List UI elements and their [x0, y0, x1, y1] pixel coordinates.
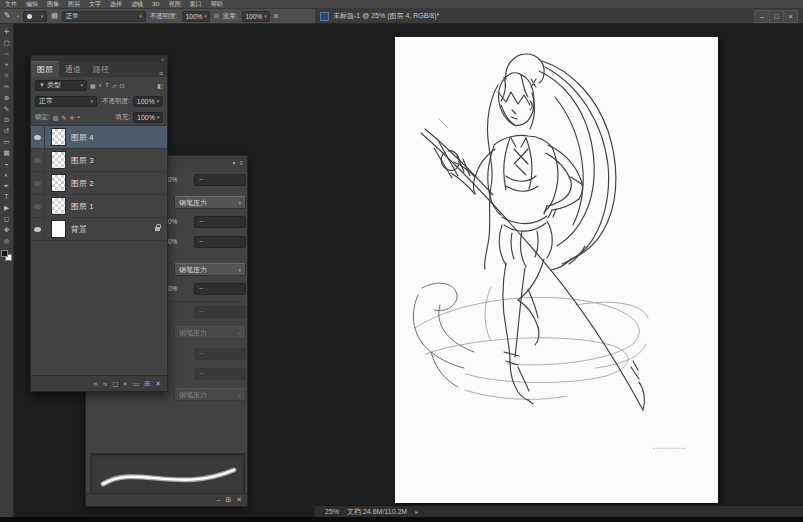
link-layers-icon[interactable]: ∞ — [93, 380, 98, 387]
layer-mask-icon[interactable]: ◻ — [113, 380, 119, 388]
adjustment-layer-icon[interactable]: ◐ — [123, 380, 127, 387]
layer-row[interactable]: 图层 4 — [31, 126, 167, 149]
layer-style-icon[interactable]: fx — [103, 381, 108, 387]
hand-tool[interactable]: ✥ — [1, 225, 13, 234]
close-button[interactable]: × — [783, 11, 797, 22]
new-brush-icon[interactable]: ⊞ — [225, 496, 231, 504]
lock-position-icon[interactable]: ✛ — [70, 114, 75, 121]
lasso-tool[interactable]: ∽ — [1, 49, 13, 58]
jitter-slider[interactable]: ~ — [194, 174, 246, 186]
crop-tool[interactable]: ⌗ — [1, 71, 13, 80]
layer-thumbnail[interactable] — [51, 174, 66, 192]
opacity-select[interactable]: 100%▾ — [182, 11, 210, 22]
blend-mode-select[interactable]: 正常▾ — [62, 11, 146, 22]
type-tool[interactable]: T — [1, 192, 13, 201]
visibility-cell[interactable] — [31, 126, 45, 148]
layer-row-background[interactable]: 背景 — [31, 218, 167, 241]
layer-row[interactable]: 图层 3 — [31, 149, 167, 172]
filter-pixel-icon[interactable]: ▦ — [90, 82, 96, 89]
layer-thumbnail[interactable] — [51, 151, 66, 169]
lock-pixels-icon[interactable]: ✎ — [61, 114, 66, 121]
gradient-tool[interactable]: ▦ — [1, 148, 13, 157]
menu-view[interactable]: 视图 — [169, 0, 181, 9]
zoom-level-field[interactable]: 25% — [325, 508, 339, 515]
shape-tool[interactable]: ◻ — [1, 214, 13, 223]
menu-image[interactable]: 图像 — [47, 0, 59, 9]
collapse-panel-icon[interactable]: » — [161, 57, 164, 62]
clone-stamp-tool[interactable]: ⊙ — [1, 115, 13, 124]
brush-tool-icon[interactable]: ✎ — [4, 11, 11, 21]
jitter-slider[interactable]: ~ — [194, 216, 246, 228]
brush-stroke-icon[interactable]: ~ — [216, 497, 220, 504]
brush-tool[interactable]: ✎ — [1, 104, 13, 113]
blur-tool[interactable]: ◒ — [1, 159, 13, 168]
minimize-button[interactable]: – — [755, 11, 769, 22]
layer-row[interactable]: 图层 1 — [31, 195, 167, 218]
menu-edit[interactable]: 编辑 — [26, 0, 38, 9]
new-layer-icon[interactable]: ⊞ — [144, 380, 150, 388]
tab-layers[interactable]: 图层 — [31, 61, 59, 77]
lock-transparency-icon[interactable]: ▨ — [53, 114, 59, 121]
menu-3d[interactable]: 3D — [152, 1, 160, 7]
visibility-cell[interactable] — [31, 195, 45, 217]
menu-select[interactable]: 选择 — [110, 0, 122, 9]
menu-type[interactable]: 文字 — [89, 0, 101, 9]
healing-brush-tool[interactable]: ⊕ — [1, 93, 13, 102]
filter-toggle-icon[interactable]: ◧ — [157, 82, 163, 89]
delete-layer-icon[interactable]: ✕ — [155, 380, 161, 388]
menu-help[interactable]: 帮助 — [211, 0, 223, 9]
canvas-artboard[interactable]: ▪▪▪▪▪▪▪▪▪▪▪▪ — [395, 37, 718, 503]
filter-adjustment-icon[interactable]: ◐ — [99, 82, 103, 88]
new-group-icon[interactable]: ▭ — [133, 380, 140, 388]
toggle-brush-panel-icon[interactable]: ▤ — [51, 11, 58, 21]
layer-thumbnail[interactable] — [51, 197, 66, 215]
pressure-opacity-icon[interactable]: ⊙ — [214, 11, 219, 21]
collapse-icon[interactable]: ▾ — [232, 159, 235, 166]
status-popup-arrow-icon[interactable]: ▸ — [415, 508, 418, 515]
layer-opacity-select[interactable]: 100%▾ — [133, 96, 163, 107]
move-tool[interactable]: ✛ — [1, 27, 13, 36]
jitter-slider[interactable]: ~ — [194, 236, 246, 248]
filter-smartobject-icon[interactable]: ⊡ — [120, 82, 125, 89]
airbrush-icon[interactable]: ≋ — [274, 11, 279, 21]
filter-shape-icon[interactable]: ▱ — [112, 82, 117, 89]
history-brush-tool[interactable]: ↺ — [1, 126, 13, 135]
layer-fill-select[interactable]: 100%▾ — [133, 112, 163, 123]
control-select[interactable]: 钢笔压力▾ — [174, 263, 246, 276]
visibility-cell[interactable] — [31, 149, 45, 171]
brush-preset-picker[interactable]: ▾ — [23, 11, 47, 22]
layer-thumbnail[interactable] — [51, 220, 66, 238]
color-swatches[interactable] — [1, 250, 12, 261]
quick-select-tool[interactable]: ⌖ — [1, 60, 13, 69]
visibility-cell[interactable] — [31, 172, 45, 194]
layer-thumbnail[interactable] — [51, 128, 66, 146]
panel-menu-icon[interactable]: ≡ — [155, 70, 167, 77]
zoom-tool[interactable]: ◎ — [1, 236, 13, 245]
jitter-slider[interactable]: ~ — [194, 283, 246, 295]
tab-paths[interactable]: 路径 — [87, 62, 115, 77]
foreground-color-swatch[interactable] — [1, 250, 8, 257]
menu-layer[interactable]: 图层 — [68, 0, 80, 9]
control-select[interactable]: 钢笔压力▾ — [174, 196, 246, 209]
menu-file[interactable]: 文件 — [5, 0, 17, 9]
filter-type-select[interactable]: ▼类型▾ — [35, 80, 87, 91]
menu-window[interactable]: 窗口 — [190, 0, 202, 9]
lock-all-icon[interactable]: ▪ — [78, 114, 80, 120]
visibility-cell[interactable] — [31, 218, 45, 240]
document-tab[interactable]: 未标题-1 @ 25% (图层 4, RGB/8)* — [333, 11, 439, 21]
tab-channels[interactable]: 通道 — [59, 62, 87, 77]
menu-filter[interactable]: 滤镜 — [131, 0, 143, 9]
eraser-tool[interactable]: ▭ — [1, 137, 13, 146]
filter-type-icon[interactable]: T — [105, 82, 109, 88]
panel-menu-icon[interactable]: ≡ — [239, 160, 243, 166]
restore-button[interactable]: □ — [769, 11, 783, 22]
layer-blend-mode-select[interactable]: 正常▾ — [35, 96, 97, 107]
layer-row[interactable]: 图层 2 — [31, 172, 167, 195]
eyedropper-tool[interactable]: ✑ — [1, 82, 13, 91]
pen-tool[interactable]: ✒ — [1, 181, 13, 190]
marquee-tool[interactable]: ▢ — [1, 38, 13, 47]
flow-select[interactable]: 100%▾ — [242, 11, 270, 22]
delete-brush-icon[interactable]: ✕ — [236, 496, 242, 504]
dodge-tool[interactable]: ◐ — [1, 170, 13, 179]
path-select-tool[interactable]: ▶ — [1, 203, 13, 212]
